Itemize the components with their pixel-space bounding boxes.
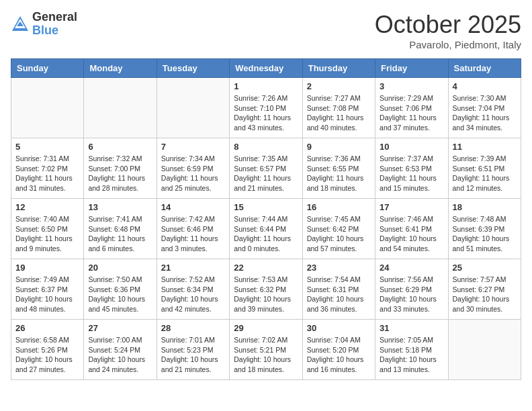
day-number: 31 [380, 323, 443, 333]
calendar-day-cell [157, 78, 229, 138]
day-info: Sunrise: 7:50 AM Sunset: 6:36 PM Dayligh… [88, 275, 152, 314]
calendar-day-cell: 23Sunrise: 7:54 AM Sunset: 6:31 PM Dayli… [302, 259, 375, 320]
calendar-day-cell: 1Sunrise: 7:26 AM Sunset: 7:10 PM Daylig… [230, 78, 302, 138]
day-number: 3 [380, 81, 443, 91]
day-of-week-header: Sunday [11, 59, 84, 78]
day-of-week-header: Friday [375, 59, 448, 78]
calendar-day-cell: 30Sunrise: 7:04 AM Sunset: 5:20 PM Dayli… [302, 320, 375, 380]
logo-icon [11, 15, 30, 34]
day-number: 9 [307, 142, 371, 152]
day-number: 2 [307, 81, 371, 91]
logo: General Blue [11, 11, 77, 38]
day-info: Sunrise: 7:27 AM Sunset: 7:08 PM Dayligh… [307, 93, 371, 133]
day-number: 23 [307, 263, 371, 273]
calendar-day-cell: 3Sunrise: 7:29 AM Sunset: 7:06 PM Daylig… [375, 78, 448, 138]
day-info: Sunrise: 7:00 AM Sunset: 5:24 PM Dayligh… [88, 335, 152, 375]
day-info: Sunrise: 7:56 AM Sunset: 6:29 PM Dayligh… [380, 275, 443, 314]
calendar-day-cell [448, 320, 521, 380]
calendar-day-cell: 20Sunrise: 7:50 AM Sunset: 6:36 PM Dayli… [84, 259, 157, 320]
calendar-day-cell: 31Sunrise: 7:05 AM Sunset: 5:18 PM Dayli… [375, 320, 448, 380]
calendar-day-cell: 6Sunrise: 7:32 AM Sunset: 7:00 PM Daylig… [84, 138, 157, 199]
calendar-day-cell: 22Sunrise: 7:53 AM Sunset: 6:32 PM Dayli… [230, 259, 302, 320]
day-info: Sunrise: 7:48 AM Sunset: 6:39 PM Dayligh… [453, 214, 517, 254]
day-of-week-header: Saturday [448, 59, 521, 78]
day-info: Sunrise: 7:04 AM Sunset: 5:20 PM Dayligh… [307, 335, 371, 375]
day-number: 13 [88, 202, 152, 212]
calendar-day-cell: 17Sunrise: 7:46 AM Sunset: 6:41 PM Dayli… [375, 199, 448, 259]
calendar-day-cell: 16Sunrise: 7:45 AM Sunset: 6:42 PM Dayli… [302, 199, 375, 259]
calendar-day-cell: 11Sunrise: 7:39 AM Sunset: 6:51 PM Dayli… [448, 138, 521, 199]
day-info: Sunrise: 7:26 AM Sunset: 7:10 PM Dayligh… [234, 93, 298, 133]
day-number: 18 [453, 202, 517, 212]
day-number: 22 [234, 263, 298, 273]
day-number: 5 [15, 142, 79, 152]
day-number: 11 [453, 142, 517, 152]
day-number: 20 [88, 263, 152, 273]
calendar-day-cell: 13Sunrise: 7:41 AM Sunset: 6:48 PM Dayli… [84, 199, 157, 259]
day-info: Sunrise: 7:31 AM Sunset: 7:02 PM Dayligh… [15, 154, 79, 193]
calendar-day-cell [84, 78, 157, 138]
day-info: Sunrise: 7:40 AM Sunset: 6:50 PM Dayligh… [15, 214, 79, 254]
calendar-day-cell: 8Sunrise: 7:35 AM Sunset: 6:57 PM Daylig… [230, 138, 302, 199]
day-number: 15 [234, 202, 298, 212]
logo-general: General [32, 10, 77, 24]
day-info: Sunrise: 7:34 AM Sunset: 6:59 PM Dayligh… [161, 154, 225, 193]
day-of-week-header: Tuesday [157, 59, 229, 78]
day-info: Sunrise: 6:58 AM Sunset: 5:26 PM Dayligh… [15, 335, 79, 375]
day-of-week-header: Monday [84, 59, 157, 78]
day-info: Sunrise: 7:37 AM Sunset: 6:53 PM Dayligh… [380, 154, 443, 193]
day-number: 14 [161, 202, 225, 212]
page-header: General Blue October 2025 Pavarolo, Pied… [11, 11, 521, 50]
calendar-day-cell: 2Sunrise: 7:27 AM Sunset: 7:08 PM Daylig… [302, 78, 375, 138]
calendar-day-cell: 10Sunrise: 7:37 AM Sunset: 6:53 PM Dayli… [375, 138, 448, 199]
calendar-week-row: 5Sunrise: 7:31 AM Sunset: 7:02 PM Daylig… [11, 138, 521, 199]
day-number: 26 [15, 323, 79, 333]
calendar-day-cell: 29Sunrise: 7:02 AM Sunset: 5:21 PM Dayli… [230, 320, 302, 380]
calendar-day-cell: 25Sunrise: 7:57 AM Sunset: 6:27 PM Dayli… [448, 259, 521, 320]
day-info: Sunrise: 7:42 AM Sunset: 6:46 PM Dayligh… [161, 214, 225, 254]
day-number: 12 [15, 202, 79, 212]
calendar-day-cell: 4Sunrise: 7:30 AM Sunset: 7:04 PM Daylig… [448, 78, 521, 138]
calendar-week-row: 26Sunrise: 6:58 AM Sunset: 5:26 PM Dayli… [11, 320, 521, 380]
day-info: Sunrise: 7:29 AM Sunset: 7:06 PM Dayligh… [380, 93, 443, 133]
day-number: 6 [88, 142, 152, 152]
calendar-day-cell: 28Sunrise: 7:01 AM Sunset: 5:23 PM Dayli… [157, 320, 229, 380]
day-number: 28 [161, 323, 225, 333]
day-number: 30 [307, 323, 371, 333]
calendar-week-row: 1Sunrise: 7:26 AM Sunset: 7:10 PM Daylig… [11, 78, 521, 138]
day-info: Sunrise: 7:05 AM Sunset: 5:18 PM Dayligh… [380, 335, 443, 375]
calendar-day-cell: 15Sunrise: 7:44 AM Sunset: 6:44 PM Dayli… [230, 199, 302, 259]
day-info: Sunrise: 7:02 AM Sunset: 5:21 PM Dayligh… [234, 335, 298, 375]
day-info: Sunrise: 7:41 AM Sunset: 6:48 PM Dayligh… [88, 214, 152, 254]
day-info: Sunrise: 7:39 AM Sunset: 6:51 PM Dayligh… [453, 154, 517, 193]
day-number: 29 [234, 323, 298, 333]
day-info: Sunrise: 7:45 AM Sunset: 6:42 PM Dayligh… [307, 214, 371, 254]
day-number: 8 [234, 142, 298, 152]
day-info: Sunrise: 7:46 AM Sunset: 6:41 PM Dayligh… [380, 214, 443, 254]
day-of-week-header: Thursday [302, 59, 375, 78]
calendar-day-cell: 18Sunrise: 7:48 AM Sunset: 6:39 PM Dayli… [448, 199, 521, 259]
calendar-day-cell: 7Sunrise: 7:34 AM Sunset: 6:59 PM Daylig… [157, 138, 229, 199]
day-number: 7 [161, 142, 225, 152]
day-info: Sunrise: 7:57 AM Sunset: 6:27 PM Dayligh… [453, 275, 517, 314]
day-number: 16 [307, 202, 371, 212]
calendar-day-cell: 9Sunrise: 7:36 AM Sunset: 6:55 PM Daylig… [302, 138, 375, 199]
day-info: Sunrise: 7:35 AM Sunset: 6:57 PM Dayligh… [234, 154, 298, 193]
calendar-day-cell [11, 78, 84, 138]
day-info: Sunrise: 7:44 AM Sunset: 6:44 PM Dayligh… [234, 214, 298, 254]
day-info: Sunrise: 7:30 AM Sunset: 7:04 PM Dayligh… [453, 93, 517, 133]
calendar-day-cell: 12Sunrise: 7:40 AM Sunset: 6:50 PM Dayli… [11, 199, 84, 259]
day-of-week-header: Wednesday [230, 59, 302, 78]
day-info: Sunrise: 7:32 AM Sunset: 7:00 PM Dayligh… [88, 154, 152, 193]
day-number: 4 [453, 81, 517, 91]
day-number: 27 [88, 323, 152, 333]
logo-text: General Blue [32, 11, 77, 38]
day-number: 1 [234, 81, 298, 91]
calendar-day-cell: 19Sunrise: 7:49 AM Sunset: 6:37 PM Dayli… [11, 259, 84, 320]
day-number: 24 [380, 263, 443, 273]
calendar-day-cell: 14Sunrise: 7:42 AM Sunset: 6:46 PM Dayli… [157, 199, 229, 259]
logo-blue: Blue [32, 24, 58, 37]
day-number: 19 [15, 263, 79, 273]
day-number: 10 [380, 142, 443, 152]
location-subtitle: Pavarolo, Piedmont, Italy [375, 39, 521, 50]
